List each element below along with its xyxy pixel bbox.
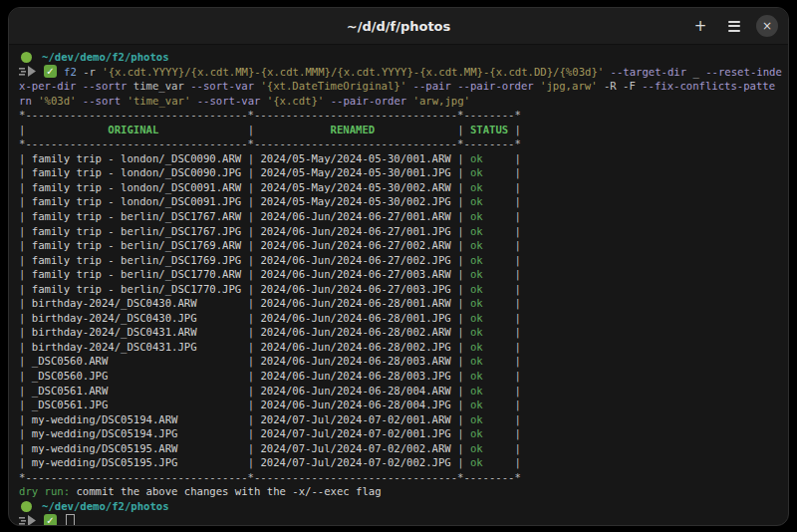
success-check-icon: ✓: [44, 65, 57, 78]
titlebar-buttons: + ×: [688, 14, 778, 38]
table-border: *-----------------------------------*---…: [19, 108, 780, 123]
table-row: | family trip - berlin/_DSC1767.JPG | 20…: [19, 224, 780, 239]
success-check-icon: ✓: [44, 514, 57, 526]
table-row: | _DSC0560.JPG | 2024/06-Jun/2024-06-28/…: [19, 369, 780, 384]
window-title: ~/d/d/f/photos: [9, 19, 788, 34]
table-row: | family trip - london/_DSC0091.ARW | 20…: [19, 180, 780, 195]
prompt-status-icon: [21, 501, 32, 512]
dry-run-text: commit the above changes with the -x/--e…: [70, 485, 382, 497]
prompt-arrow-icon: [19, 515, 36, 526]
table-row: | family trip - berlin/_DSC1769.ARW | 20…: [19, 238, 780, 253]
dry-run-message: dry run: commit the above changes with t…: [19, 484, 780, 499]
prompt-cwd: ~/dev/demo/f2/photos: [42, 50, 169, 65]
table-row: | birthday-2024/_DSC0431.JPG | 2024/06-J…: [19, 340, 780, 355]
rename-preview-table: *-----------------------------------*---…: [19, 108, 780, 484]
input-line[interactable]: ✓: [19, 514, 780, 527]
text-cursor: [66, 514, 75, 526]
command-line-1: ✓ f2 -r '{x.cdt.YYYY}/{x.cdt.MM}-{x.cdt.…: [19, 65, 780, 80]
table-row: | my-wedding/DSC05195.ARW | 2024/07-Jul/…: [19, 441, 780, 456]
table-header: | ORIGINAL | RENAMED | STATUS |: [19, 123, 780, 137]
table-row: | birthday-2024/_DSC0430.ARW | 2024/06-J…: [19, 296, 780, 311]
close-icon: ×: [762, 19, 772, 33]
command-text: f2 -r '{x.cdt.YYYY}/{x.cdt.MM}-{x.cdt.MM…: [64, 65, 782, 80]
table-row: | family trip - london/_DSC0090.JPG | 20…: [19, 165, 780, 180]
table-row: | family trip - london/_DSC0090.ARW | 20…: [19, 151, 780, 166]
command-text: rn '%03d' --sort 'time_var' --sort-var '…: [19, 94, 780, 109]
prompt-status-icon: [21, 52, 32, 63]
dry-run-label: dry run:: [19, 485, 70, 497]
table-row: | family trip - berlin/_DSC1770.JPG | 20…: [19, 282, 780, 297]
table-border: *-----------------------------------*---…: [19, 136, 780, 151]
table-row: | _DSC0561.JPG | 2024/06-Jun/2024-06-28/…: [19, 398, 780, 412]
table-row: | _DSC0561.ARW | 2024/06-Jun/2024-06-28/…: [19, 384, 780, 399]
table-row: | family trip - berlin/_DSC1770.ARW | 20…: [19, 267, 780, 282]
table-row: | birthday-2024/_DSC0430.JPG | 2024/06-J…: [19, 311, 780, 326]
prompt-line-1: ~/dev/demo/f2/photos: [19, 50, 780, 65]
table-row: | family trip - london/_DSC0091.JPG | 20…: [19, 194, 780, 209]
prompt-line-2: ~/dev/demo/f2/photos: [19, 499, 780, 514]
table-row: | my-wedding/DSC05194.ARW | 2024/07-Jul/…: [19, 412, 780, 427]
table-row: | _DSC0560.ARW | 2024/06-Jun/2024-06-28/…: [19, 354, 780, 369]
table-border: *-----------------------------------*---…: [19, 470, 780, 485]
hamburger-menu-icon: [728, 21, 740, 32]
table-row: | family trip - berlin/_DSC1769.JPG | 20…: [19, 253, 780, 268]
command-wrapped-lines: x-per-dir --sortr time_var --sort-var '{…: [19, 79, 780, 108]
prompt-arrow-icon: [19, 66, 36, 77]
command-text: x-per-dir --sortr time_var --sort-var '{…: [19, 79, 780, 94]
table-row: | my-wedding/DSC05195.JPG | 2024/07-Jul/…: [19, 455, 780, 470]
prompt-cwd: ~/dev/demo/f2/photos: [42, 499, 169, 514]
menu-button[interactable]: [722, 14, 746, 38]
terminal-window: ~/d/d/f/photos + × ~/dev/demo/f2/photos …: [8, 7, 789, 526]
table-row: | my-wedding/DSC05194.JPG | 2024/07-Jul/…: [19, 426, 780, 441]
close-button[interactable]: ×: [756, 15, 778, 37]
table-row: | family trip - berlin/_DSC1767.ARW | 20…: [19, 209, 780, 224]
table-row: | birthday-2024/_DSC0431.ARW | 2024/06-J…: [19, 325, 780, 340]
titlebar[interactable]: ~/d/d/f/photos + ×: [9, 8, 788, 45]
terminal-content: ~/dev/demo/f2/photos ✓ f2 -r '{x.cdt.YYY…: [9, 45, 788, 526]
new-tab-button[interactable]: +: [688, 14, 712, 38]
